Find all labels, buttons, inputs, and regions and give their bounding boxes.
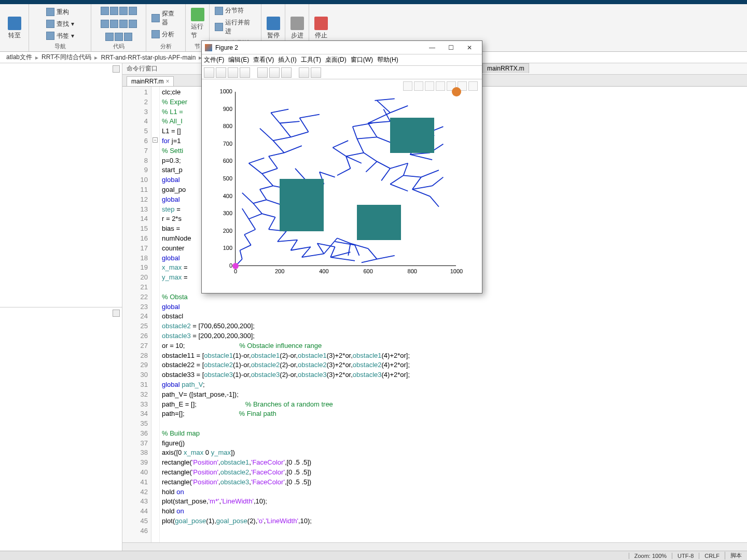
collapse-icon[interactable] [113,310,120,317]
code-tool-10[interactable] [115,33,123,41]
code-tool-3[interactable] [119,7,128,15]
svg-line-8 [253,200,267,203]
svg-line-81 [390,184,408,191]
menu-view[interactable]: 查看(V) [253,55,274,64]
menu-help[interactable]: 帮助(H) [377,55,398,64]
stop-button[interactable]: 停止 [311,16,331,41]
maximize-button[interactable]: ☐ [441,43,460,53]
new-figure-icon[interactable] [204,67,214,78]
profiler-button[interactable]: 探查器 [149,8,182,28]
svg-line-66 [375,99,394,100]
code-tool-11[interactable] [124,33,132,41]
menu-insert[interactable]: 插入(I) [278,55,296,64]
svg-line-5 [249,219,256,229]
code-tool-9[interactable] [105,33,114,41]
home-icon[interactable] [468,81,478,91]
figure-titlebar[interactable]: Figure 2 — ☐ ✕ [202,41,482,54]
step-button[interactable]: 步进 [287,16,307,41]
tab-mainrrtx[interactable]: mainRRTX.m [482,63,529,73]
fold-column: − [151,87,160,542]
svg-line-44 [351,243,368,248]
code-tool-4[interactable] [129,7,137,15]
svg-line-34 [330,257,355,261]
svg-line-6 [249,214,262,219]
svg-line-92 [300,118,309,132]
svg-line-74 [404,163,408,176]
svg-line-97 [242,193,253,203]
find-button[interactable]: 查找 ▾ [44,19,76,30]
horizontal-scrollbar[interactable] [122,542,747,551]
edit-plot-icon[interactable] [311,67,321,78]
svg-line-9 [260,189,267,200]
pause-button[interactable]: 暂停 [264,16,283,41]
plot-area[interactable]: 0100200300400500600700800900100002004006… [202,79,482,293]
datatip-icon[interactable] [414,81,423,91]
pan-icon[interactable] [436,81,445,91]
menu-desktop[interactable]: 桌面(D) [325,55,347,64]
fold-icon[interactable]: − [153,137,158,143]
section-group-label: 节 [195,43,200,51]
svg-line-55 [377,101,391,113]
chart-axes[interactable]: 0100200300400500600700800900100002004006… [235,92,456,266]
section-break-button[interactable]: 分节符 [213,5,246,16]
svg-line-102 [284,146,302,152]
goto-button[interactable]: 转至 [5,16,24,41]
code-tool-1[interactable] [101,7,109,15]
menu-tools[interactable]: 工具(T) [301,55,321,64]
bookmark-button[interactable]: 书签 ▾ [44,31,76,41]
svg-line-26 [291,240,298,250]
collapse-icon[interactable] [113,65,120,73]
obstacle-rect [280,179,324,231]
save-icon[interactable] [228,67,238,78]
menu-window[interactable]: 窗口(W) [351,55,373,64]
svg-line-101 [320,172,335,177]
code-tool-7[interactable] [119,20,128,28]
svg-line-51 [357,137,377,138]
rotate-icon[interactable] [425,81,434,91]
minimize-button[interactable]: — [423,43,441,53]
svg-line-24 [278,231,286,242]
brush-icon[interactable] [403,81,412,91]
code-tool-6[interactable] [110,20,118,28]
legend-icon[interactable] [281,67,292,78]
obstacle-rect [357,205,401,240]
refactor-button[interactable]: 重构 [44,7,71,18]
svg-line-25 [278,240,297,242]
matlab-icon [205,44,212,51]
svg-line-89 [430,197,439,207]
code-tool-2[interactable] [110,7,118,15]
run-section-button[interactable]: 运行节 [188,7,208,41]
tab-mainrrt[interactable]: mainRRT.m× [127,76,174,86]
pointer-icon[interactable] [299,67,309,78]
svg-line-94 [260,129,273,141]
svg-line-17 [280,123,290,137]
svg-line-15 [273,141,284,153]
code-tool-5[interactable] [101,20,109,28]
svg-line-93 [300,115,320,118]
figure-window[interactable]: Figure 2 — ☐ ✕ 文件(F) 编辑(E) 查看(V) 插入(I) 工… [201,40,482,293]
analyze-button[interactable]: 分析 [149,29,176,40]
colorbar-icon[interactable] [269,67,280,78]
svg-line-80 [390,175,404,184]
goal-point [452,87,461,96]
close-icon[interactable]: × [165,78,169,85]
menu-edit[interactable]: 编辑(E) [228,55,249,64]
svg-line-33 [330,252,350,257]
svg-line-71 [364,153,377,162]
svg-line-67 [353,127,357,139]
svg-line-7 [253,203,262,214]
close-button[interactable]: ✕ [460,43,479,53]
nav-group-label: 导航 [54,43,66,51]
svg-line-76 [412,177,421,190]
svg-line-95 [249,163,262,174]
open-icon[interactable] [216,67,226,78]
run-advance-button[interactable]: 运行并前进 [213,17,258,37]
line-gutter: 1234567891011121314151617181920212223242… [122,87,151,542]
menu-file[interactable]: 文件(F) [204,55,224,64]
code-tool-8[interactable] [129,20,137,28]
svg-line-35 [324,238,337,254]
svg-line-70 [333,141,348,147]
svg-line-19 [271,113,280,123]
print-icon[interactable] [240,67,250,78]
link-icon[interactable] [257,67,268,78]
